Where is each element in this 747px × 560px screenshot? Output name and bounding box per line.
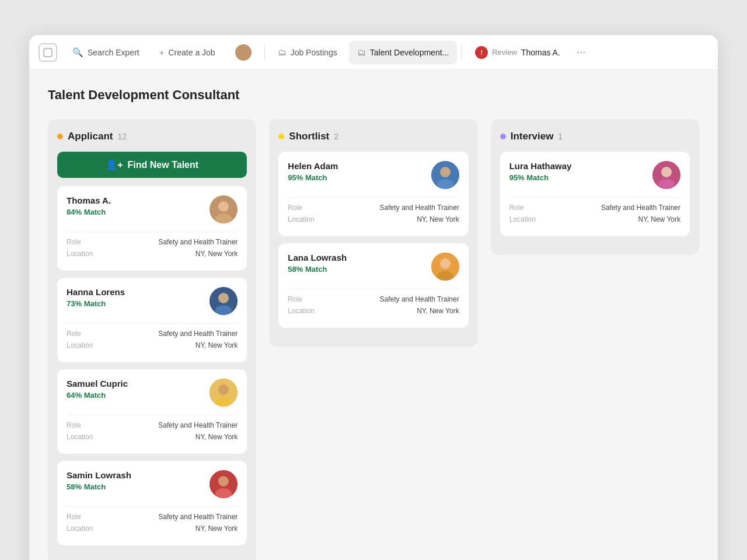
svg-point-14 — [440, 167, 451, 177]
tab-review-thomas[interactable]: ! Review Thomas A. — [467, 41, 568, 64]
column-header-applicant: Applicant 12 — [57, 131, 247, 142]
card-thomas[interactable]: Thomas A. 84% Match — [57, 186, 247, 271]
avatar-hanna — [210, 287, 238, 315]
card-samin[interactable]: Samin Lowrash 58% Match — [57, 461, 247, 545]
card-info-lana: Lana Lowrash 58% Match — [288, 253, 431, 274]
review-icon: ! — [475, 46, 488, 59]
tab-search-expert[interactable]: 🔍 Search Expert — [64, 41, 148, 64]
plus-icon: + — [159, 47, 165, 57]
column-header-interview: Interview 1 — [500, 131, 690, 142]
card-details-lana: Role Safety and Health Trainer Location … — [288, 289, 459, 315]
card-helen[interactable]: Helen Adam 95% Match — [278, 152, 468, 236]
column-applicant: Applicant 12 👤+ Find New Talent Thomas A… — [48, 119, 256, 560]
tab-talent-development[interactable]: 🗂 Talent Development... — [349, 41, 457, 64]
tab-avatar[interactable] — [227, 41, 260, 64]
avatar-samuel — [210, 379, 238, 407]
page-title: Talent Development Consultant — [48, 88, 699, 103]
dot-interview — [500, 134, 506, 139]
tab-more-button[interactable]: ··· — [572, 43, 591, 62]
card-lana[interactable]: Lana Lowrash 58% Match — [278, 243, 468, 328]
avatar-lana — [431, 253, 459, 281]
card-samuel[interactable]: Samuel Cupric 64% Match — [57, 369, 247, 454]
card-details-lura: Role Safety and Health Trainer Location … — [509, 197, 680, 223]
svg-point-8 — [218, 384, 229, 395]
svg-rect-0 — [44, 48, 52, 57]
dot-shortlist — [278, 134, 284, 139]
tab-job-postings[interactable]: 🗂 Job Postings — [270, 41, 345, 64]
column-header-shortlist: Shortlist 2 — [278, 131, 468, 142]
card-details-hanna: Role Safety and Health Trainer Location … — [67, 323, 238, 349]
tab-divider — [264, 44, 265, 61]
card-info-lura: Lura Hathaway 95% Match — [509, 161, 652, 182]
page-content: Talent Development Consultant Applicant … — [29, 70, 718, 560]
column-shortlist: Shortlist 2 Helen Adam 95% Match — [269, 119, 477, 346]
avatar-thomas — [210, 195, 238, 223]
svg-point-5 — [218, 293, 229, 303]
card-details-samuel: Role Safety and Health Trainer Location … — [67, 415, 238, 441]
svg-point-20 — [661, 167, 672, 177]
kanban-board: Applicant 12 👤+ Find New Talent Thomas A… — [48, 119, 699, 560]
card-info-hanna: Hanna Lorens 73% Match — [67, 287, 210, 308]
search-icon: 🔍 — [72, 47, 83, 58]
tab-bar: 🔍 Search Expert + Create a Job 🗂 Job Pos… — [29, 35, 718, 70]
card-info-helen: Helen Adam 95% Match — [288, 161, 431, 182]
briefcase-icon-2: 🗂 — [357, 47, 366, 57]
svg-point-17 — [440, 258, 451, 269]
avatar-samin — [210, 470, 238, 498]
card-info-thomas: Thomas A. 84% Match — [67, 195, 210, 216]
dot-applicant — [57, 134, 63, 139]
card-info-samin: Samin Lowrash 58% Match — [67, 470, 210, 491]
card-hanna[interactable]: Hanna Lorens 73% Match — [57, 278, 247, 362]
svg-point-2 — [218, 201, 229, 212]
card-details-samin: Role Safety and Health Trainer Location … — [67, 506, 238, 533]
briefcase-icon: 🗂 — [278, 47, 287, 57]
avatar-lura — [652, 161, 680, 189]
card-details-helen: Role Safety and Health Trainer Location … — [288, 197, 459, 223]
find-new-talent-button[interactable]: 👤+ Find New Talent — [57, 152, 247, 178]
tab-create-job[interactable]: + Create a Job — [151, 41, 224, 64]
window-button[interactable] — [39, 43, 57, 62]
card-details-thomas: Role Safety and Health Trainer Location … — [67, 232, 238, 258]
avatar-helen — [431, 161, 459, 189]
tab-divider-2 — [462, 44, 462, 61]
column-interview: Interview 1 Lura Hathaway 95% Match — [491, 119, 699, 255]
svg-point-11 — [218, 476, 229, 487]
app-window: 🔍 Search Expert + Create a Job 🗂 Job Pos… — [29, 35, 718, 560]
avatar — [235, 44, 252, 61]
card-info-samuel: Samuel Cupric 64% Match — [67, 379, 210, 400]
add-person-icon: 👤+ — [106, 159, 123, 170]
card-lura[interactable]: Lura Hathaway 95% Match — [500, 152, 690, 236]
